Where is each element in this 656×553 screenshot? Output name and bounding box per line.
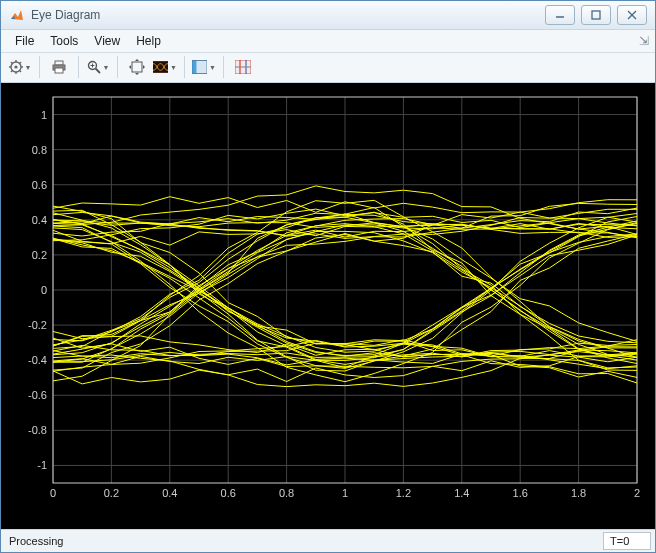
svg-text:1.2: 1.2 [396, 487, 411, 499]
toolbar-separator [39, 56, 40, 78]
svg-rect-22 [153, 61, 168, 73]
svg-text:-0.6: -0.6 [28, 389, 47, 401]
svg-line-18 [95, 69, 100, 74]
svg-text:1: 1 [41, 109, 47, 121]
svg-point-5 [14, 66, 17, 69]
svg-text:0.6: 0.6 [32, 179, 47, 191]
svg-line-11 [19, 71, 20, 72]
toolbar-separator [117, 56, 118, 78]
chevron-down-icon: ▼ [209, 64, 216, 71]
svg-line-12 [19, 62, 20, 63]
eye-diagram-plot[interactable]: 00.20.40.60.811.21.41.61.82 -1-0.8-0.6-0… [1, 83, 655, 529]
menubar: File Tools View Help ⇲ [1, 30, 655, 53]
svg-text:-1: -1 [37, 460, 47, 472]
svg-text:2: 2 [634, 487, 640, 499]
svg-text:0.8: 0.8 [279, 487, 294, 499]
statusbar: Processing T=0 [1, 529, 655, 552]
svg-rect-14 [55, 61, 63, 65]
toolbar: ▼ ▼ ▼ ▼ [1, 53, 655, 84]
svg-text:Real Amplitude: Real Amplitude [4, 250, 18, 331]
svg-text:0.6: 0.6 [221, 487, 236, 499]
svg-text:-0.2: -0.2 [28, 319, 47, 331]
window-controls [545, 5, 647, 25]
toolbar-separator [184, 56, 185, 78]
chevron-down-icon: ▼ [170, 64, 177, 71]
menu-view[interactable]: View [86, 32, 128, 50]
minimize-button[interactable] [545, 5, 575, 25]
eye-style-button[interactable]: ▼ [152, 54, 178, 80]
svg-line-10 [11, 62, 12, 63]
status-left: Processing [1, 535, 599, 547]
svg-rect-1 [592, 11, 600, 19]
close-button[interactable] [617, 5, 647, 25]
svg-text:0.4: 0.4 [162, 487, 177, 499]
chevron-down-icon: ▼ [103, 64, 110, 71]
svg-text:0.4: 0.4 [32, 214, 47, 226]
markers-button[interactable] [230, 54, 256, 80]
status-time: T=0 [603, 532, 651, 550]
svg-text:1.6: 1.6 [513, 487, 528, 499]
settings-button[interactable]: ▼ [7, 54, 33, 80]
toolbar-separator [223, 56, 224, 78]
svg-line-13 [11, 71, 12, 72]
svg-text:0.2: 0.2 [32, 249, 47, 261]
svg-text:0: 0 [41, 284, 47, 296]
matlab-icon [9, 7, 25, 23]
svg-text:0.8: 0.8 [32, 144, 47, 156]
svg-text:1.4: 1.4 [454, 487, 469, 499]
svg-text:-0.4: -0.4 [28, 354, 47, 366]
menu-tools[interactable]: Tools [42, 32, 86, 50]
svg-rect-23 [192, 61, 197, 74]
window-title: Eye Diagram [31, 8, 545, 22]
svg-text:0.2: 0.2 [104, 487, 119, 499]
svg-text:×10⁻³: ×10⁻³ [607, 508, 637, 522]
menu-help[interactable]: Help [128, 32, 169, 50]
titlebar: Eye Diagram [1, 1, 655, 30]
eye-diagram-window: Eye Diagram File Tools View Help ⇲ ▼ ▼ [0, 0, 656, 553]
menu-file[interactable]: File [7, 32, 42, 50]
zoom-button[interactable]: ▼ [85, 54, 111, 80]
svg-rect-24 [197, 61, 207, 74]
svg-text:0: 0 [50, 487, 56, 499]
svg-text:1.8: 1.8 [571, 487, 586, 499]
menubar-corner-icon[interactable]: ⇲ [639, 34, 649, 48]
svg-text:1: 1 [342, 487, 348, 499]
print-button[interactable] [46, 54, 72, 80]
toolbar-separator [78, 56, 79, 78]
maximize-button[interactable] [581, 5, 611, 25]
svg-rect-21 [132, 62, 142, 72]
svg-text:-0.8: -0.8 [28, 425, 47, 437]
svg-text:Time: Time [332, 508, 359, 522]
svg-rect-16 [55, 68, 63, 73]
autoscale-button[interactable] [124, 54, 150, 80]
display-layout-button[interactable]: ▼ [191, 54, 217, 80]
chevron-down-icon: ▼ [25, 64, 32, 71]
